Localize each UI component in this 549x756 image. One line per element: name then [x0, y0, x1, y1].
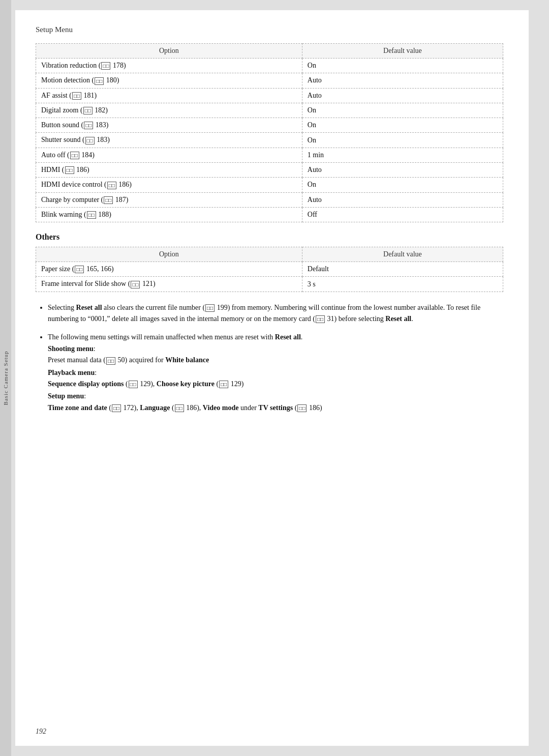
option-cell: Button sound (□□ 183) — [36, 118, 302, 133]
page-title: Setup Menu — [36, 25, 503, 34]
table-row: Vibration reduction (□□ 178) On — [36, 59, 503, 73]
others-table-header-option: Option — [36, 247, 302, 262]
table-row: Charge by computer (□□ 187) Auto — [36, 192, 503, 207]
main-table: Option Default value Vibration reduction… — [36, 43, 503, 222]
option-cell: Vibration reduction (□□ 178) — [36, 59, 302, 73]
default-cell: Auto — [302, 192, 503, 207]
default-cell: 3 s — [302, 277, 503, 292]
default-cell: 1 min — [302, 148, 503, 162]
others-table-header-default: Default value — [302, 247, 503, 262]
table-row: Motion detection (□□ 180) Auto — [36, 73, 503, 88]
option-cell: HDMI (□□ 186) — [36, 162, 302, 177]
option-cell: AF assist (□□ 181) — [36, 88, 302, 103]
main-table-header-default: Default value — [302, 44, 503, 59]
main-table-header-option: Option — [36, 44, 302, 59]
default-cell: Auto — [302, 73, 503, 88]
table-row: Digital zoom (□□ 182) On — [36, 103, 503, 118]
table-row: AF assist (□□ 181) Auto — [36, 88, 503, 103]
sub-line: Playback menu:Sequence display options (… — [48, 367, 503, 390]
option-cell: Shutter sound (□□ 183) — [36, 133, 302, 148]
others-table: Option Default value Paper size (□□ 165,… — [36, 247, 503, 292]
table-row: Shutter sound (□□ 183) On — [36, 133, 503, 148]
table-row: HDMI (□□ 186) Auto — [36, 162, 503, 177]
option-cell: Paper size (□□ 165, 166) — [36, 262, 302, 277]
default-cell: On — [302, 103, 503, 118]
others-section-title: Others — [36, 232, 503, 242]
option-cell: Motion detection (□□ 180) — [36, 73, 302, 88]
option-cell: Blink warning (□□ 188) — [36, 207, 302, 222]
default-cell: On — [302, 59, 503, 73]
list-item: Selecting Reset all also clears the curr… — [48, 302, 503, 325]
table-row: Blink warning (□□ 188) Off — [36, 207, 503, 222]
table-row: Auto off (□□ 184) 1 min — [36, 148, 503, 162]
default-cell: On — [302, 118, 503, 133]
default-cell: Default — [302, 262, 503, 277]
notes-section: Selecting Reset all also clears the curr… — [36, 302, 503, 414]
table-row: Paper size (□□ 165, 166) Default — [36, 262, 503, 277]
default-cell: Auto — [302, 88, 503, 103]
option-cell: Charge by computer (□□ 187) — [36, 192, 302, 207]
sidebar-bar: Basic Camera Setup — [0, 0, 11, 756]
default-cell: On — [302, 178, 503, 192]
sidebar-label: Basic Camera Setup — [3, 351, 9, 405]
table-row: Frame interval for Slide show (□□ 121) 3… — [36, 277, 503, 292]
table-row: HDMI device control (□□ 186) On — [36, 178, 503, 192]
table-row: Button sound (□□ 183) On — [36, 118, 503, 133]
page-number: 192 — [36, 728, 46, 736]
default-cell: On — [302, 133, 503, 148]
default-cell: Auto — [302, 162, 503, 177]
sub-line: Setup menu:Time zone and date (□□ 172), … — [48, 391, 503, 414]
option-cell: Auto off (□□ 184) — [36, 148, 302, 162]
option-cell: HDMI device control (□□ 186) — [36, 178, 302, 192]
default-cell: Off — [302, 207, 503, 222]
option-cell: Digital zoom (□□ 182) — [36, 103, 302, 118]
sub-line: Shooting menu:Preset manual data (□□ 50)… — [48, 343, 503, 366]
list-item: The following menu settings will remain … — [48, 332, 503, 414]
option-cell: Frame interval for Slide show (□□ 121) — [36, 277, 302, 292]
